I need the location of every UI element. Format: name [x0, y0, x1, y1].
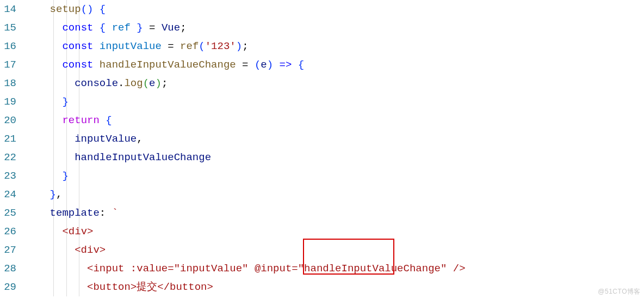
line-number: 19: [0, 93, 16, 111]
code-line[interactable]: inputValue,: [25, 130, 644, 148]
code-line[interactable]: <input :value="inputValue" @input="handl…: [25, 259, 644, 278]
watermark: @51CTO博客: [598, 282, 641, 301]
line-number: 16: [0, 37, 16, 56]
code-line[interactable]: <div>: [25, 222, 644, 241]
line-number: 22: [0, 148, 16, 167]
code-line[interactable]: console.log(e);: [25, 74, 644, 93]
line-number: 21: [0, 130, 16, 148]
line-number: 27: [0, 241, 16, 259]
line-number-gutter: 14151617181920212223242526272829: [0, 0, 25, 296]
line-number: 25: [0, 204, 16, 222]
code-line[interactable]: const { ref } = Vue;: [25, 19, 644, 37]
line-number: 14: [0, 0, 16, 19]
line-number: 23: [0, 167, 16, 185]
code-line[interactable]: handleInputValueChange: [25, 148, 644, 167]
line-number: 20: [0, 111, 16, 130]
code-line[interactable]: template: `: [25, 204, 644, 222]
line-number: 17: [0, 56, 16, 74]
line-number: 15: [0, 19, 16, 37]
code-line[interactable]: },: [25, 185, 644, 204]
code-line[interactable]: }: [25, 93, 644, 111]
line-number: 18: [0, 74, 16, 93]
code-line[interactable]: return {: [25, 111, 644, 130]
line-number: 28: [0, 259, 16, 278]
code-editor[interactable]: 14151617181920212223242526272829 setup()…: [0, 0, 644, 296]
line-number: 26: [0, 222, 16, 241]
line-number: 29: [0, 278, 16, 296]
code-line[interactable]: <button>提交</button>: [25, 278, 644, 296]
code-line[interactable]: <div>: [25, 241, 644, 259]
code-line[interactable]: const handleInputValueChange = (e) => {: [25, 56, 644, 74]
code-line[interactable]: const inputValue = ref('123');: [25, 37, 644, 56]
code-line[interactable]: setup() {: [25, 0, 644, 19]
code-line[interactable]: }: [25, 167, 644, 185]
line-number: 24: [0, 185, 16, 204]
code-area[interactable]: setup() { const { ref } = Vue; const inp…: [25, 0, 644, 296]
